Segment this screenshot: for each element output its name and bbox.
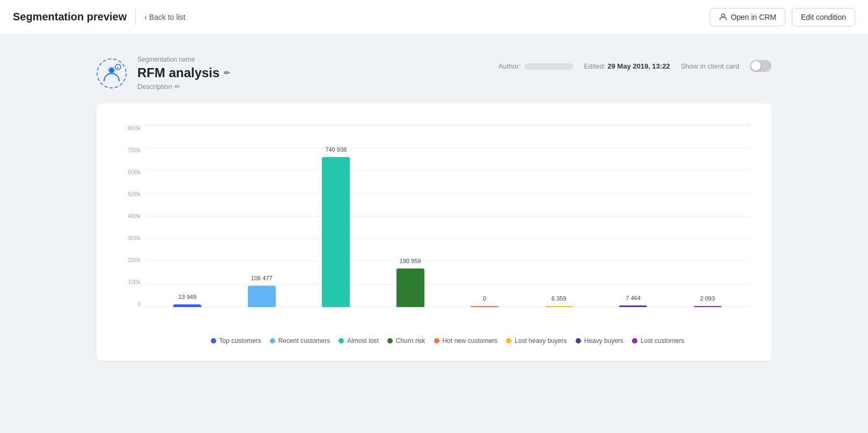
y-axis-label: 600k xyxy=(118,169,145,175)
edit-name-icon[interactable]: ✏ xyxy=(224,69,230,77)
bar-value-label: 0 xyxy=(483,295,486,302)
y-axis-label: 0 xyxy=(118,301,145,307)
bar-value-label: 7 464 xyxy=(626,295,641,301)
y-axis-label: 800k xyxy=(118,125,145,131)
y-axis-label: 200k xyxy=(118,257,145,263)
chart-area: 13 949106 477740 938190 95906 3597 4642 … xyxy=(145,125,750,307)
bar[interactable]: 0 xyxy=(470,306,498,307)
seg-name-text: RFM analysis xyxy=(137,65,219,80)
y-axis-label: 700k xyxy=(118,147,145,153)
back-to-list-link[interactable]: ‹ Back to list xyxy=(144,13,185,21)
legend-item: Recent customers xyxy=(270,337,330,345)
legend-label: Heavy buyers xyxy=(584,337,623,345)
legend-item: Heavy buyers xyxy=(576,337,623,345)
open-crm-label: Open in CRM xyxy=(731,13,776,21)
legend-label: Almost lost xyxy=(347,337,379,345)
edited-info: Edited: 29 May 2019, 13:22 xyxy=(584,62,670,70)
bar[interactable]: 740 938 xyxy=(322,157,350,307)
bar-group: 13 949 xyxy=(150,125,225,307)
legend-label: Hot new customers xyxy=(443,337,498,345)
legend-dot xyxy=(576,338,581,344)
svg-point-0 xyxy=(722,14,725,17)
back-label: Back to list xyxy=(149,13,186,21)
seg-description[interactable]: Description ✏ xyxy=(137,83,230,91)
seg-name-label: Segmentation name xyxy=(137,56,230,63)
chart-container: 0100k200k300k400k500k600k700k800k 13 949… xyxy=(118,125,750,329)
chart-card: 0100k200k300k400k500k600k700k800k 13 949… xyxy=(97,103,771,361)
user-icon xyxy=(719,13,727,21)
y-axis-label: 400k xyxy=(118,213,145,219)
legend-dot xyxy=(506,338,511,344)
seg-right: Author: Edited: 29 May 2019, 13:22 Show … xyxy=(498,60,771,72)
bar-value-label: 6 359 xyxy=(551,295,567,302)
show-in-client-card-label: Show in client card xyxy=(681,62,739,70)
legend-item: Lost customers xyxy=(632,337,684,345)
y-axis: 0100k200k300k400k500k600k700k800k xyxy=(118,125,145,307)
y-axis-label: 100k xyxy=(118,279,145,285)
bar[interactable]: 7 464 xyxy=(619,305,647,307)
legend-label: Churn risk xyxy=(396,337,425,345)
author-label: Author: xyxy=(498,62,573,70)
bar[interactable]: 6 359 xyxy=(545,306,573,307)
header-actions: Open in CRM Edit condition xyxy=(710,8,855,26)
legend-item: Almost lost xyxy=(339,337,379,345)
app-header: Segmentation preview ‹ Back to list Open… xyxy=(0,0,868,34)
legend-dot xyxy=(632,338,637,344)
edit-condition-label: Edit condition xyxy=(801,13,846,21)
header-divider xyxy=(135,10,136,25)
chart-legend: Top customersRecent customersAlmost lost… xyxy=(118,337,750,345)
bar-value-label: 106 477 xyxy=(251,275,273,281)
svg-point-3 xyxy=(109,68,114,73)
legend-dot xyxy=(387,338,393,344)
legend-dot xyxy=(211,338,216,344)
legend-label: Lost heavy buyers xyxy=(514,337,567,345)
author-placeholder xyxy=(525,63,573,70)
bar[interactable]: 106 477 xyxy=(248,286,276,307)
segmentation-info: + Segmentation name RFM analysis ✏ Descr… xyxy=(97,56,771,91)
y-axis-label: 300k xyxy=(118,235,145,241)
seg-name-block: Segmentation name RFM analysis ✏ Descrip… xyxy=(137,56,230,91)
legend-item: Hot new customers xyxy=(434,337,498,345)
bar-group: 190 959 xyxy=(373,125,448,307)
segmentation-icon: + xyxy=(97,58,127,88)
page-title: Segmentation preview xyxy=(13,11,127,23)
legend-item: Churn risk xyxy=(387,337,425,345)
seg-name-row: RFM analysis ✏ xyxy=(137,65,230,80)
page-body: + Segmentation name RFM analysis ✏ Descr… xyxy=(0,34,868,382)
bar-group: 740 938 xyxy=(299,125,373,307)
y-axis-label: 500k xyxy=(118,191,145,197)
back-arrow-icon: ‹ xyxy=(144,13,147,21)
show-in-client-card-toggle[interactable] xyxy=(750,60,771,72)
edit-condition-button[interactable]: Edit condition xyxy=(792,8,855,26)
seg-left: + Segmentation name RFM analysis ✏ Descr… xyxy=(97,56,230,91)
bar-value-label: 190 959 xyxy=(400,258,421,264)
legend-dot xyxy=(434,338,439,344)
edit-description-icon: ✏ xyxy=(174,83,180,91)
bar[interactable]: 13 949 xyxy=(173,304,201,307)
bar-value-label: 740 938 xyxy=(325,146,347,153)
legend-item: Lost heavy buyers xyxy=(506,337,567,345)
bar[interactable]: 190 959 xyxy=(396,268,424,307)
legend-dot xyxy=(339,338,344,344)
legend-label: Recent customers xyxy=(278,337,330,345)
svg-text:+: + xyxy=(116,65,119,70)
bars-wrapper: 13 949106 477740 938190 95906 3597 4642 … xyxy=(145,125,750,307)
legend-dot xyxy=(270,338,275,344)
legend-item: Top customers xyxy=(211,337,261,345)
legend-label: Top customers xyxy=(219,337,261,345)
bar-value-label: 2 093 xyxy=(700,295,715,302)
open-in-crm-button[interactable]: Open in CRM xyxy=(710,8,785,26)
bar-group: 2 093 xyxy=(671,125,745,307)
bar-group: 0 xyxy=(447,125,522,307)
bar-group: 7 464 xyxy=(596,125,671,307)
bar-value-label: 13 949 xyxy=(178,294,196,300)
bar-group: 6 359 xyxy=(522,125,597,307)
bar[interactable]: 2 093 xyxy=(694,306,722,307)
bar-group: 106 477 xyxy=(225,125,299,307)
legend-label: Lost customers xyxy=(641,337,684,345)
